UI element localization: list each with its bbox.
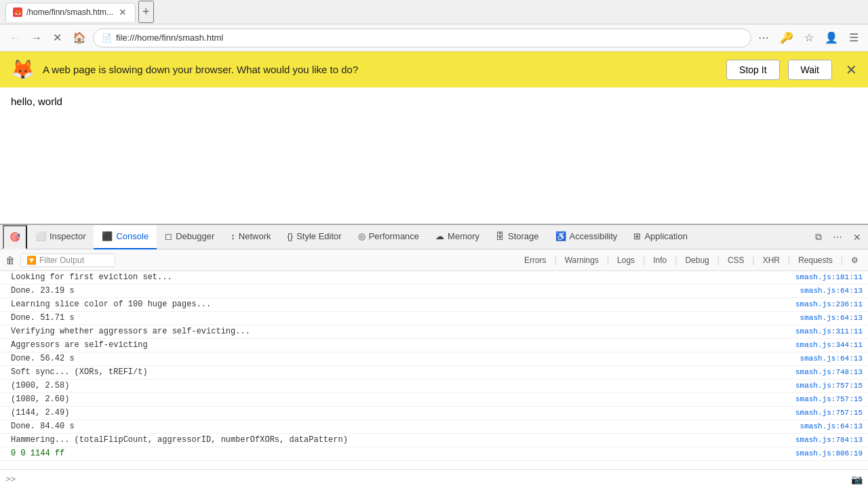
debug-filter-button[interactable]: Debug: [681, 254, 713, 266]
console-icon: ⬛: [102, 231, 113, 241]
warning-icon: 🦊: [11, 58, 35, 81]
console-source[interactable]: smash.js:806:19: [790, 449, 863, 458]
menu-button[interactable]: ☰: [845, 28, 863, 47]
console-source[interactable]: smash.js:64:13: [795, 422, 863, 430]
warnings-filter-button[interactable]: Warnings: [561, 254, 603, 266]
tab-style-editor[interactable]: {} Style Editor: [279, 225, 349, 249]
more-options-button[interactable]: ⋯: [754, 28, 773, 47]
console-row: Verifying whether aggressors are self-ev…: [0, 325, 868, 339]
xhr-filter-button[interactable]: XHR: [759, 254, 784, 266]
navigation-bar: ← → ✕ 🏠 📄 file:///home/finn/smash.html ⋯…: [0, 24, 868, 52]
console-message: Looking for first eviction set...: [11, 272, 790, 282]
tab-favicon: 🦊: [13, 7, 22, 17]
tab-bar: 🦊 /home/finn/smash.htm... ✕ +: [5, 1, 863, 23]
devtools-close-button[interactable]: ✕: [849, 229, 865, 245]
console-row: Looking for first eviction set...smash.j…: [0, 271, 868, 285]
tab-application-label: Application: [644, 231, 688, 241]
tab-style-editor-label: Style Editor: [296, 231, 341, 241]
tab-accessibility[interactable]: ♿ Accessibility: [547, 225, 626, 249]
clear-console-button[interactable]: 🗑: [5, 255, 15, 266]
console-message: 0 0 1144 ff: [11, 449, 790, 458]
console-message: (1144, 2.49): [11, 408, 790, 418]
console-input-field[interactable]: [20, 474, 851, 484]
console-message: Learning slice color of 100 huge pages..…: [11, 300, 790, 309]
address-icon: 📄: [102, 33, 112, 43]
new-tab-button[interactable]: +: [138, 1, 154, 23]
console-source[interactable]: smash.js:236:11: [790, 300, 863, 308]
tab-network-label: Network: [239, 231, 271, 241]
tab-debugger[interactable]: ◻ Debugger: [157, 225, 222, 249]
tab-console-label: Console: [116, 231, 149, 241]
console-row: 0 0 1144 ffsmash.js:806:19: [0, 447, 868, 461]
inspector-icon: ⬜: [35, 231, 46, 241]
devtools-more-button[interactable]: ⋯: [829, 229, 846, 245]
info-filter-button[interactable]: Info: [649, 254, 671, 266]
console-message: Aggressors are self-evicting: [11, 340, 790, 350]
console-source[interactable]: smash.js:64:13: [795, 314, 863, 322]
home-button[interactable]: 🏠: [68, 28, 90, 47]
address-bar[interactable]: 📄 file:///home/finn/smash.html: [93, 28, 751, 47]
devtools-undock-button[interactable]: ⧉: [811, 228, 826, 245]
console-message: (1080, 2.60): [11, 394, 790, 404]
console-source[interactable]: smash.js:757:15: [790, 382, 863, 390]
console-row: Aggressors are self-evictingsmash.js:344…: [0, 339, 868, 352]
console-message: Done. 51.71 s: [11, 313, 795, 323]
filter-output-input[interactable]: 🔽 Filter Output: [20, 253, 115, 267]
console-source[interactable]: smash.js:784:13: [790, 436, 863, 444]
css-filter-button[interactable]: CSS: [724, 254, 749, 266]
console-input-right: 📷: [851, 474, 863, 485]
bookmark-button[interactable]: ☆: [800, 28, 818, 47]
stop-button[interactable]: ✕: [49, 28, 66, 47]
wait-button[interactable]: Wait: [788, 60, 832, 80]
console-row: (1000, 2.58)smash.js:757:15: [0, 380, 868, 393]
console-source[interactable]: smash.js:64:13: [795, 287, 863, 295]
tab-title: /home/finn/smash.htm...: [26, 7, 113, 17]
nav-right-buttons: ⋯ 🔑 ☆ 👤 ☰: [754, 28, 863, 47]
tab-performance[interactable]: ◎ Performance: [350, 225, 427, 249]
errors-filter-button[interactable]: Errors: [520, 254, 551, 266]
tab-application[interactable]: ⊞ Application: [625, 225, 696, 249]
tab-storage[interactable]: 🗄 Storage: [488, 225, 547, 249]
pocket-button[interactable]: 🔑: [776, 28, 797, 47]
logs-filter-button[interactable]: Logs: [613, 254, 639, 266]
console-source[interactable]: smash.js:344:11: [790, 341, 863, 349]
console-source[interactable]: smash.js:64:13: [795, 354, 863, 363]
active-tab[interactable]: 🦊 /home/finn/smash.htm... ✕: [5, 3, 136, 22]
console-row: Done. 51.71 ssmash.js:64:13: [0, 312, 868, 325]
tab-performance-label: Performance: [369, 231, 419, 241]
console-source[interactable]: smash.js:757:15: [790, 409, 863, 417]
console-source[interactable]: smash.js:311:11: [790, 327, 863, 336]
page-content: hello, world: [0, 87, 868, 224]
address-text: file:///home/finn/smash.html: [116, 33, 743, 43]
console-source[interactable]: smash.js:757:15: [790, 395, 863, 403]
console-row: Done. 84.40 ssmash.js:64:13: [0, 420, 868, 434]
console-row: Done. 56.42 ssmash.js:64:13: [0, 352, 868, 366]
application-icon: ⊞: [633, 231, 641, 241]
sync-button[interactable]: 👤: [821, 28, 842, 47]
tab-accessibility-label: Accessibility: [570, 231, 618, 241]
warning-close-button[interactable]: ✕: [846, 62, 857, 78]
tab-network[interactable]: ↕ Network: [222, 225, 279, 249]
console-source[interactable]: smash.js:181:11: [790, 273, 863, 281]
tab-close-button[interactable]: ✕: [117, 7, 128, 18]
console-source[interactable]: smash.js:748:13: [790, 368, 863, 376]
console-input-bar: >> 📷: [0, 469, 868, 488]
console-row: Soft sync... (XORs, tREFI/t)smash.js:748…: [0, 366, 868, 380]
network-icon: ↕: [231, 231, 235, 241]
requests-filter-button[interactable]: Requests: [794, 254, 837, 266]
stop-it-button[interactable]: Stop It: [726, 60, 779, 80]
filter-placeholder: Filter Output: [39, 256, 84, 265]
screenshot-icon[interactable]: 📷: [851, 474, 863, 485]
console-settings-button[interactable]: ⚙: [847, 254, 863, 266]
back-button[interactable]: ←: [5, 29, 24, 47]
devtools-toolbar: 🎯 ⬜ Inspector ⬛ Console ◻ Debugger ↕ Net…: [0, 225, 868, 249]
tab-memory[interactable]: ☁ Memory: [427, 225, 488, 249]
console-output: Looking for first eviction set...smash.j…: [0, 271, 868, 469]
tab-console[interactable]: ⬛ Console: [94, 225, 157, 249]
devtools-inspect-target[interactable]: 🎯: [3, 225, 27, 249]
tab-inspector-label: Inspector: [50, 231, 85, 241]
accessibility-icon: ♿: [555, 231, 566, 241]
forward-button[interactable]: →: [27, 29, 46, 47]
tab-inspector[interactable]: ⬜ Inspector: [27, 225, 94, 249]
storage-icon: 🗄: [496, 231, 505, 241]
